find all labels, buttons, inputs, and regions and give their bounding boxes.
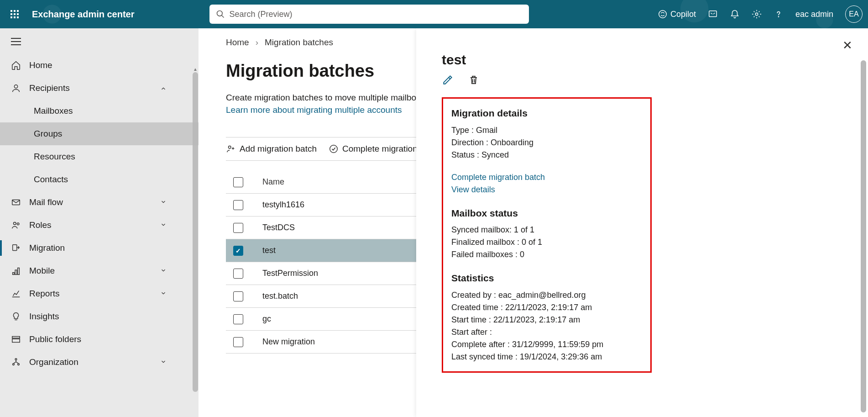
- svg-rect-8: [17, 16, 19, 18]
- sidebar-item-organization[interactable]: Organization: [0, 351, 199, 374]
- row-checkbox[interactable]: [233, 223, 243, 233]
- svg-rect-22: [13, 245, 17, 251]
- panel-scrollbar[interactable]: [861, 60, 866, 412]
- search-icon: [216, 10, 225, 19]
- sidebar-item-migration[interactable]: Migration: [0, 237, 199, 259]
- reports-icon: [11, 289, 21, 299]
- svg-rect-4: [14, 13, 16, 15]
- pencil-icon: [442, 74, 454, 86]
- svg-point-13: [755, 13, 758, 16]
- avatar[interactable]: EA: [845, 5, 863, 23]
- sidebar-item-mobile[interactable]: Mobile: [0, 259, 199, 282]
- migration-icon: [11, 243, 21, 253]
- svg-rect-3: [10, 13, 12, 15]
- row-name: testylh1616: [253, 200, 427, 210]
- svg-point-32: [229, 146, 231, 149]
- sidebar-item-groups[interactable]: Groups: [0, 122, 199, 145]
- nav-toggle-icon[interactable]: [0, 33, 199, 54]
- svg-point-11: [659, 11, 667, 18]
- sidebar-scrollbar[interactable]: [192, 72, 199, 392]
- chevron-right-icon: ›: [256, 37, 258, 48]
- row-name: TestDCS: [253, 223, 427, 232]
- row-checkbox[interactable]: [233, 200, 243, 210]
- feedback-icon[interactable]: [708, 9, 718, 19]
- chevron-down-icon: [160, 197, 167, 207]
- insights-icon: [11, 311, 21, 322]
- row-name: test: [253, 246, 427, 255]
- sidebar-item-mail-flow[interactable]: Mail flow: [0, 191, 199, 214]
- details-last-synced: Last synced time : 19/1/2024, 3:29:36 am: [451, 351, 642, 363]
- details-failed: Failed mailboxes : 0: [451, 248, 642, 261]
- user-name: eac admin: [795, 10, 833, 19]
- row-checkbox[interactable]: [233, 269, 243, 279]
- details-type: Type : Gmail: [451, 124, 642, 137]
- check-circle-icon: [329, 144, 339, 154]
- close-icon[interactable]: ✕: [842, 38, 852, 53]
- details-start-time: Start time : 22/11/2023, 2:19:17 am: [451, 314, 642, 326]
- view-details-link[interactable]: View details: [451, 184, 642, 196]
- svg-line-10: [221, 16, 224, 18]
- sidebar-item-contacts[interactable]: Contacts: [0, 168, 199, 191]
- edit-button[interactable]: [442, 74, 454, 87]
- mail-icon: [11, 197, 21, 207]
- sidebar-item-insights[interactable]: Insights: [0, 305, 199, 328]
- delete-button[interactable]: [468, 74, 479, 87]
- roles-icon: [11, 220, 21, 230]
- trash-icon: [468, 74, 479, 86]
- sidebar-item-public-folders[interactable]: Public folders: [0, 328, 199, 351]
- main-content: Home › Migration batches Migration batch…: [199, 28, 868, 417]
- svg-rect-27: [12, 337, 20, 338]
- sidebar-item-resources[interactable]: Resources: [0, 145, 199, 168]
- svg-rect-7: [14, 16, 16, 18]
- sidebar-item-mailboxes[interactable]: Mailboxes: [0, 100, 199, 122]
- svg-rect-2: [17, 10, 19, 12]
- sidebar-item-roles[interactable]: Roles: [0, 214, 199, 237]
- row-checkbox[interactable]: [233, 291, 243, 301]
- person-icon: [11, 83, 21, 93]
- mobile-icon: [11, 266, 21, 276]
- svg-rect-1: [14, 10, 16, 12]
- sidebar-item-reports[interactable]: Reports: [0, 282, 199, 305]
- svg-point-20: [14, 222, 16, 225]
- svg-point-9: [217, 11, 222, 16]
- breadcrumb-home[interactable]: Home: [226, 37, 249, 48]
- svg-rect-19: [12, 200, 20, 205]
- details-panel: ✕ test Migration details Type : Gmail Di…: [416, 28, 868, 417]
- row-name: test.batch: [253, 291, 427, 301]
- help-icon[interactable]: [774, 9, 784, 19]
- org-icon: [11, 357, 21, 367]
- add-migration-batch-button[interactable]: Add migration batch: [226, 144, 317, 154]
- svg-rect-6: [10, 16, 12, 18]
- app-launcher-icon[interactable]: [5, 5, 24, 23]
- folder-icon: [11, 334, 21, 344]
- row-checkbox[interactable]: [233, 337, 243, 347]
- row-checkbox[interactable]: [233, 314, 243, 324]
- top-bar: Exchange admin center Search (Preview) C…: [0, 0, 868, 28]
- search-input[interactable]: Search (Preview): [209, 5, 529, 24]
- column-name[interactable]: Name: [253, 177, 427, 187]
- learn-more-link[interactable]: Learn more about migrating multiple acco…: [226, 105, 402, 115]
- complete-batch-link[interactable]: Complete migration batch: [451, 171, 642, 184]
- svg-point-14: [778, 16, 779, 17]
- chevron-down-icon: [160, 357, 167, 367]
- row-checkbox[interactable]: [233, 246, 243, 256]
- notifications-icon[interactable]: [730, 9, 740, 19]
- details-complete-after: Complete after : 31/12/9999, 11:59:59 pm: [451, 338, 642, 351]
- sidebar-item-home[interactable]: Home: [0, 54, 199, 77]
- svg-point-29: [15, 359, 17, 360]
- migration-details-block: Migration details Type : Gmail Direction…: [442, 97, 652, 373]
- details-created-time: Created time : 22/11/2023, 2:19:17 am: [451, 301, 642, 314]
- details-created-by: Created by : eac_admin@bellred.org: [451, 289, 642, 301]
- breadcrumb-current: Migration batches: [265, 37, 333, 48]
- copilot-button[interactable]: Copilot: [658, 9, 696, 19]
- scroll-up-icon[interactable]: ▲: [193, 67, 198, 71]
- details-status: Status : Synced: [451, 149, 642, 161]
- svg-rect-12: [709, 11, 717, 17]
- row-name: TestPermission: [253, 269, 427, 278]
- sidebar-item-recipients[interactable]: Recipients: [0, 77, 199, 100]
- settings-icon[interactable]: [752, 9, 762, 19]
- svg-rect-23: [13, 273, 15, 275]
- select-all-checkbox[interactable]: [233, 177, 243, 187]
- svg-rect-28: [12, 339, 20, 342]
- chevron-down-icon: [160, 220, 167, 230]
